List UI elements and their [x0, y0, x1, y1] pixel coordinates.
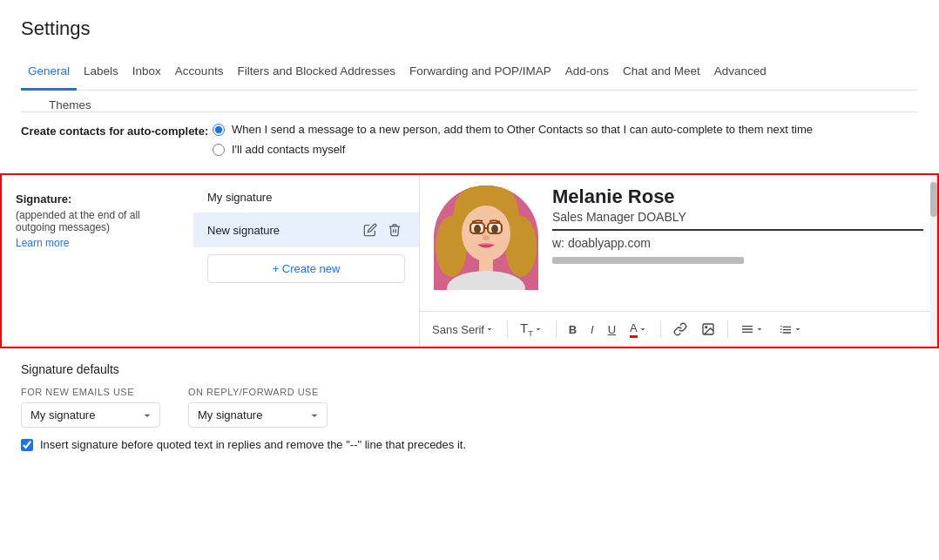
second-row-tabs: Themes [21, 91, 918, 112]
contacts-radio1[interactable] [213, 124, 225, 136]
sig-list-item-newsig[interactable]: New signature [193, 213, 419, 247]
font-family-button[interactable]: Sans Serif [427, 320, 500, 340]
link-button[interactable] [668, 319, 692, 340]
contacts-label: Create contacts for auto-complete: [21, 123, 213, 138]
svg-point-2 [436, 216, 467, 277]
svg-point-12 [483, 235, 490, 240]
sig-create-button[interactable]: + Create new [207, 254, 405, 283]
toolbar-sep3 [660, 320, 661, 338]
align-button[interactable] [735, 319, 770, 340]
sig-gray-bar [552, 257, 744, 264]
text-color-button[interactable]: A [625, 318, 653, 341]
tab-labels[interactable]: Labels [77, 54, 125, 91]
tab-chatmeet[interactable]: Chat and Meet [616, 54, 707, 91]
contacts-option1: When I send a message to a new person, a… [213, 123, 813, 136]
sig-divider [552, 229, 923, 231]
contacts-setting-row: Create contacts for auto-complete: When … [0, 112, 939, 173]
tab-advanced[interactable]: Advanced [707, 54, 773, 91]
sig-default-reply-group: ON REPLY/FORWARD USE My signature New si… [188, 387, 328, 428]
list-button[interactable] [773, 319, 808, 340]
sig-default-new-group: FOR NEW EMAILS USE My signature New sign… [21, 387, 160, 428]
bold-icon: B [569, 323, 577, 336]
font-family-label: Sans Serif [432, 323, 484, 336]
svg-point-8 [491, 225, 498, 233]
svg-point-16 [705, 327, 706, 328]
sig-default-new-select[interactable]: My signature New signature (No signature… [21, 402, 160, 428]
sig-title: Sales Manager DOABLY [552, 210, 923, 224]
contacts-option1-label: When I send a message to a new person, a… [232, 123, 813, 136]
sig-checkbox-row: Insert signature before quoted text in r… [21, 438, 918, 451]
signature-title: Signature: [16, 192, 179, 206]
image-button[interactable] [696, 319, 720, 340]
sig-create-label: + Create new [273, 262, 341, 275]
sig-editor-content[interactable]: Melanie Rose Sales Manager DOABLY w: doa… [420, 175, 937, 311]
sig-scrollbar[interactable] [930, 175, 937, 347]
contacts-option2-label: I'll add contacts myself [232, 143, 345, 156]
sig-edit-button[interactable] [360, 221, 381, 239]
sig-delete-button[interactable] [384, 221, 405, 239]
toolbar-font-selector: Sans Serif [427, 320, 500, 340]
signature-learn-more[interactable]: Learn more [16, 237, 69, 249]
bold-button[interactable]: B [564, 320, 582, 340]
contacts-option2: I'll add contacts myself [213, 143, 813, 156]
contacts-options: When I send a message to a new person, a… [213, 123, 813, 163]
sig-scrollbar-thumb [930, 182, 937, 217]
svg-point-4 [462, 206, 510, 261]
sig-defaults-row: FOR NEW EMAILS USE My signature New sign… [21, 387, 918, 428]
toolbar-sep4 [727, 320, 728, 338]
signature-editor-col: Melanie Rose Sales Manager DOABLY w: doa… [420, 175, 937, 347]
sig-text-area: Melanie Rose Sales Manager DOABLY w: doa… [552, 186, 923, 264]
sig-list-item-newsig-label: New signature [207, 224, 360, 237]
sig-list-item-mysig[interactable]: My signature [193, 182, 419, 213]
signature-label-col: Signature: (appended at the end of all o… [2, 175, 193, 347]
svg-point-7 [474, 225, 481, 233]
svg-point-3 [505, 216, 537, 277]
italic-icon: I [591, 323, 594, 336]
sig-avatar [434, 186, 538, 290]
font-size-button[interactable]: TT [515, 317, 549, 341]
tabs-nav: General Labels Inbox Accounts Filters an… [21, 54, 918, 91]
underline-icon: U [608, 323, 616, 336]
sig-defaults-title: Signature defaults [21, 362, 918, 376]
tab-inbox[interactable]: Inbox [125, 54, 168, 91]
italic-button[interactable]: I [585, 320, 599, 340]
tab-addons[interactable]: Add-ons [558, 54, 616, 91]
toolbar-sep1 [507, 320, 508, 338]
sig-toolbar: Sans Serif TT B I U A [420, 311, 937, 347]
sig-website: w: doablyapp.com [552, 236, 923, 250]
underline-button[interactable]: U [603, 320, 621, 340]
sig-default-new-label: FOR NEW EMAILS USE [21, 387, 160, 397]
tab-themes[interactable]: Themes [42, 88, 98, 125]
sig-list-item-mysig-label: My signature [207, 191, 405, 204]
tab-accounts[interactable]: Accounts [168, 54, 231, 91]
sig-list-actions [360, 221, 405, 239]
signature-defaults-section: Signature defaults FOR NEW EMAILS USE My… [0, 348, 939, 465]
toolbar-sep2 [556, 320, 557, 338]
signature-sublabel: (appended at the end of all outgoing mes… [16, 209, 179, 233]
tab-forwarding[interactable]: Forwarding and POP/IMAP [402, 54, 558, 91]
tab-general[interactable]: General [21, 54, 77, 91]
text-color-icon: A [630, 321, 638, 338]
tab-filters[interactable]: Filters and Blocked Addresses [230, 54, 402, 91]
sig-default-reply-label: ON REPLY/FORWARD USE [188, 387, 328, 397]
signature-list-col: My signature New signature [193, 175, 420, 347]
page-title: Settings [21, 17, 918, 40]
signature-section: Signature: (appended at the end of all o… [0, 173, 939, 348]
contacts-radio2[interactable] [213, 144, 225, 156]
sig-profile-area: Melanie Rose Sales Manager DOABLY w: doa… [434, 186, 923, 290]
sig-checkbox-label: Insert signature before quoted text in r… [40, 438, 466, 451]
sig-name: Melanie Rose [552, 186, 923, 208]
font-size-icon: TT [520, 320, 533, 338]
sig-default-reply-select[interactable]: My signature New signature (No signature… [188, 402, 328, 428]
sig-insert-checkbox[interactable] [21, 439, 33, 451]
